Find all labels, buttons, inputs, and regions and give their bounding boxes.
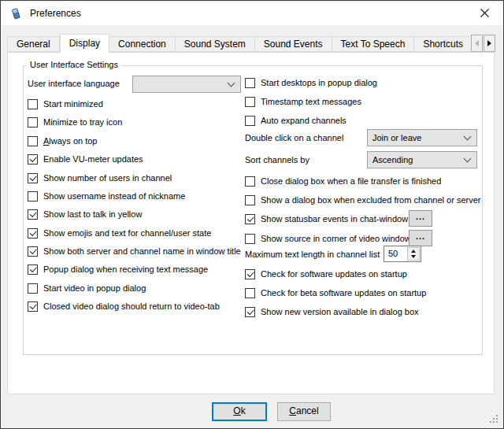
preferences-dialog: Preferences General Display Connection S… — [0, 0, 504, 429]
checkbox[interactable] — [28, 228, 38, 239]
triangle-right-icon — [487, 40, 491, 46]
checkbox[interactable] — [245, 214, 255, 224]
ok-button[interactable]: Ok — [212, 402, 267, 421]
checkbox[interactable] — [28, 99, 38, 109]
tab-sound-system[interactable]: Sound System — [176, 36, 255, 52]
checkbox[interactable] — [245, 176, 255, 187]
checkbox-start-minimized[interactable]: Start minimized — [28, 98, 103, 110]
checkbox[interactable] — [245, 269, 255, 279]
checkbox-label[interactable]: Start minimized — [43, 99, 103, 109]
checkbox-label[interactable]: Enable VU-meter updates — [43, 154, 143, 164]
checkbox-always-on-top[interactable]: Always on top — [28, 135, 98, 147]
checkbox-label[interactable]: Show username instead of nickname — [43, 191, 185, 201]
checkbox[interactable] — [28, 246, 38, 257]
checkbox-label[interactable]: Show new version available in dialog box — [261, 307, 419, 316]
checkbox-label[interactable]: Popup dialog when receiving text message — [43, 264, 208, 274]
tab-sound-events[interactable]: Sound Events — [255, 36, 332, 52]
double-click-select[interactable]: Join or leave — [367, 129, 477, 146]
checkbox-label[interactable]: Show statusbar events in chat-window — [261, 214, 408, 224]
checkbox[interactable] — [245, 97, 255, 107]
tab-connection[interactable]: Connection — [109, 36, 176, 52]
checkbox-emojis-state[interactable]: Show emojis and text for channel/user st… — [28, 227, 211, 239]
checkbox-vu-meter-updates[interactable]: Enable VU-meter updates — [28, 153, 143, 165]
checkbox-label[interactable]: Closed video dialog should return to vid… — [43, 301, 220, 311]
close-icon — [480, 9, 489, 19]
checkbox-label[interactable]: Show source in corner of video window — [261, 234, 411, 243]
tab-general[interactable]: General — [7, 36, 60, 52]
max-text-length-value[interactable]: 50 — [384, 246, 406, 261]
checkbox-show-user-count[interactable]: Show number of users in channel — [28, 172, 172, 184]
checkbox[interactable] — [245, 78, 255, 88]
checkbox[interactable] — [28, 154, 38, 165]
tab-scroll-right-button[interactable] — [484, 35, 495, 52]
checkbox-label[interactable]: Check for software updates on startup — [261, 269, 407, 279]
checkbox[interactable] — [28, 173, 38, 183]
checkbox-last-to-talk-yellow[interactable]: Show last to talk in yellow — [28, 208, 142, 220]
statusbar-events-options-button[interactable]: ... — [409, 210, 432, 227]
checkbox-label[interactable]: Start desktops in popup dialog — [261, 78, 377, 87]
checkbox[interactable] — [28, 264, 38, 275]
max-text-length-label: Maximum text length in channel list — [245, 250, 380, 259]
checkbox-label[interactable]: Always on top — [43, 136, 98, 146]
max-text-length-spinner[interactable]: 50 — [384, 246, 421, 262]
checkbox-label[interactable]: Show emojis and text for channel/user st… — [43, 228, 211, 238]
double-click-row: Double click on a channel — [245, 131, 343, 144]
checkbox[interactable] — [28, 209, 38, 220]
checkbox[interactable] — [28, 117, 38, 128]
group-title: User Interface Settings — [27, 60, 121, 69]
sort-channels-select[interactable]: Ascending — [367, 151, 477, 168]
ui-language-select[interactable] — [132, 76, 241, 93]
checkbox-video-source-corner[interactable]: Show source in corner of video window — [245, 232, 411, 245]
checkbox-label[interactable]: Show a dialog box when excluded from cha… — [261, 195, 480, 205]
checkbox[interactable] — [28, 301, 38, 312]
checkbox-excluded-dialog[interactable]: Show a dialog box when excluded from cha… — [245, 194, 480, 206]
checkbox-check-updates[interactable]: Check for software updates on startup — [245, 268, 407, 280]
checkbox-video-popup[interactable]: Start video in popup dialog — [28, 282, 146, 294]
checkbox-minimize-to-tray[interactable]: Minimize to tray icon — [28, 116, 122, 128]
tab-scroll-left-button[interactable] — [471, 35, 483, 52]
checkbox-label[interactable]: Timestamp text messages — [261, 97, 361, 106]
checkbox[interactable] — [245, 116, 255, 126]
spinner-down-icon[interactable] — [411, 255, 416, 258]
checkbox-label[interactable]: Show both server and channel name in win… — [43, 246, 241, 256]
sort-channels-row: Sort channels by — [245, 153, 309, 166]
checkbox-close-on-transfer-finish[interactable]: Close dialog box when a file transfer is… — [245, 175, 441, 187]
close-button[interactable] — [467, 2, 502, 25]
checkbox[interactable] — [245, 307, 255, 317]
checkbox-popup-text-message[interactable]: Popup dialog when receiving text message — [28, 263, 208, 276]
checkbox[interactable] — [28, 191, 38, 202]
checkbox-label[interactable]: Show number of users in channel — [43, 173, 172, 183]
checkbox[interactable] — [245, 288, 255, 298]
checkbox-label[interactable]: Show last to talk in yellow — [43, 209, 142, 219]
tab-shortcuts[interactable]: Shortcuts — [414, 36, 471, 52]
checkbox-server-channel-title[interactable]: Show both server and channel name in win… — [28, 245, 241, 257]
ui-language-row: User interface language — [28, 77, 120, 90]
checkbox-check-beta-updates[interactable]: Check for beta software updates on start… — [245, 287, 426, 299]
sort-channels-value: Ascending — [372, 155, 465, 165]
checkbox-label[interactable]: Close dialog box when a file transfer is… — [261, 176, 441, 186]
checkbox-label[interactable]: Check for beta software updates on start… — [261, 288, 426, 298]
checkbox-label[interactable]: Start video in popup dialog — [43, 283, 146, 293]
checkbox[interactable] — [28, 283, 38, 294]
checkbox-auto-expand-channels[interactable]: Auto expand channels — [245, 114, 346, 127]
checkbox-label[interactable]: Auto expand channels — [261, 116, 346, 125]
checkbox-timestamp-messages[interactable]: Timestamp text messages — [245, 95, 361, 108]
checkbox[interactable] — [28, 136, 38, 146]
checkbox-show-username[interactable]: Show username instead of nickname — [28, 190, 185, 202]
max-text-length-row: Maximum text length in channel list — [245, 248, 380, 261]
spinner-up-icon[interactable] — [411, 250, 416, 253]
cancel-button[interactable]: Cancel — [277, 402, 331, 421]
double-click-label: Double click on a channel — [245, 133, 343, 142]
tab-text-to-speech[interactable]: Text To Speech — [332, 36, 415, 52]
checkbox[interactable] — [245, 234, 255, 244]
checkbox-desktops-popup[interactable]: Start desktops in popup dialog — [245, 76, 377, 89]
spinner-buttons — [407, 247, 420, 261]
resize-grip[interactable] — [488, 415, 498, 425]
checkbox-statusbar-events[interactable]: Show statusbar events in chat-window — [245, 213, 408, 225]
checkbox-new-version-dialog[interactable]: Show new version available in dialog box — [245, 305, 419, 318]
checkbox[interactable] — [245, 195, 255, 205]
checkbox-closed-video-return[interactable]: Closed video dialog should return to vid… — [28, 300, 220, 313]
tab-display[interactable]: Display — [60, 34, 109, 53]
checkbox-label[interactable]: Minimize to tray icon — [43, 117, 122, 127]
video-source-options-button[interactable]: ... — [409, 230, 432, 246]
